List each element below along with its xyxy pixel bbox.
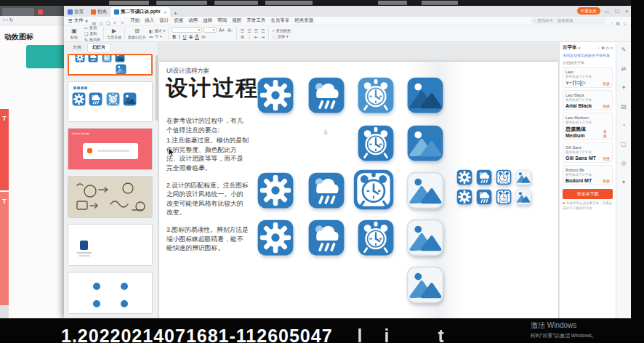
bold-button[interactable]: B (172, 34, 177, 39)
clock-icon[interactable] (357, 76, 395, 114)
replace-button[interactable]: 替换 (603, 156, 610, 161)
gear-icon[interactable] (72, 92, 86, 106)
current-slide[interactable]: UI设计流程方案 设计过程 在参考设计的过程中，有几个值得注意的要点: 1.注意… (159, 62, 558, 318)
gear-icon[interactable] (456, 169, 472, 185)
strikethrough-button[interactable]: S (188, 34, 193, 39)
clock-icon[interactable] (357, 124, 395, 162)
side-rail-icon-4[interactable]: ▤ (621, 103, 627, 110)
ribbon-tab-设计[interactable]: 设计 (159, 17, 169, 24)
copy-button[interactable]: ❏复制 (84, 31, 100, 36)
maximize-button[interactable]: ▢ (613, 8, 621, 14)
panel-header-icon-2[interactable]: ✱ (601, 46, 605, 50)
teal-card[interactable] (26, 45, 67, 68)
clock-icon[interactable] (353, 169, 395, 211)
image-icon[interactable] (406, 266, 444, 304)
increase-font-button[interactable]: A+ (218, 28, 225, 33)
format-painter-button[interactable]: ✎格式刷 (84, 37, 100, 42)
close-window-button[interactable]: × (624, 9, 629, 14)
image-icon[interactable] (406, 76, 444, 114)
superscript-button[interactable]: x² (201, 34, 206, 39)
side-rail-icon-6[interactable]: ▢ (621, 141, 627, 148)
quick-access-icon-3[interactable]: ❏ (106, 21, 110, 25)
drop-icon[interactable] (321, 127, 331, 137)
italic-button[interactable]: I (178, 34, 181, 39)
close-tab-icon[interactable]: × (164, 10, 167, 15)
browser-tab[interactable] (2, 8, 34, 16)
red-card-2[interactable]: T (0, 192, 9, 305)
image-icon[interactable] (406, 124, 444, 162)
font-color-button[interactable]: A (195, 33, 199, 40)
minimize-button[interactable]: — (603, 9, 611, 14)
image-icon[interactable] (116, 64, 126, 75)
replace-button[interactable]: 替换 (603, 179, 610, 183)
panel-header-icon-4[interactable]: × (611, 46, 613, 50)
slide-thumbnail-5[interactable] (68, 224, 153, 266)
clock-icon[interactable] (496, 189, 512, 205)
paragraph-button-4[interactable]: ⇥ (260, 34, 265, 39)
browser-extension-icon[interactable] (38, 9, 43, 15)
play-from-current-button[interactable]: ▶ 当页开始 (107, 28, 121, 39)
slide-thumbnail-1[interactable] (68, 54, 153, 76)
side-rail-icon-3[interactable]: ✦ (621, 84, 627, 91)
quick-access-icon-1[interactable]: ▤ (92, 21, 97, 25)
gear-icon[interactable] (257, 76, 294, 114)
ribbon-tab-开始[interactable]: 开始 (130, 17, 140, 24)
panel-header-icon-1[interactable]: ◔ (597, 46, 600, 50)
ribbon-tab-稻壳资源[interactable]: 稻壳资源 (294, 17, 313, 24)
ribbon-tab-会员专享[interactable]: 会员专享 (270, 17, 289, 24)
paste-button[interactable]: ▣ 粘贴 (67, 28, 81, 39)
layout-button[interactable]: ◧版式▾ (149, 28, 165, 33)
align-button-3[interactable]: ☴ (254, 28, 259, 33)
slide-thumbnail-4[interactable] (68, 176, 153, 218)
ribbon-tab-放映[interactable]: 放映 (203, 17, 212, 24)
clock-icon[interactable] (102, 54, 112, 62)
slide-thumbnail-2[interactable] (68, 81, 153, 122)
tab-outline[interactable]: 大纲 (68, 44, 86, 52)
quick-access-icon-4[interactable]: ↶ (113, 21, 117, 25)
close-autopop-link[interactable]: 关闭自动弹出的缺失字体列表 (563, 53, 613, 57)
section-button[interactable]: ≔节▾ (149, 34, 165, 39)
browser-nav-icons[interactable]: ‹ › ↻ (3, 17, 13, 23)
image-icon[interactable] (406, 172, 444, 209)
login-download-button[interactable]: 登录并下载 (563, 189, 613, 199)
align-button-2[interactable]: ☱ (246, 28, 251, 33)
red-card-1[interactable]: T (0, 109, 9, 190)
gear-icon[interactable] (257, 172, 294, 209)
select-button[interactable]: ⬚选择▾ (272, 34, 290, 39)
quick-access-icon-2[interactable]: ⎙ (100, 21, 103, 25)
thumbnail-scrollbar[interactable] (156, 55, 158, 121)
ribbon-tab-插入[interactable]: 插入 (145, 17, 154, 24)
tab-home[interactable]: 首页 (64, 7, 87, 17)
image-icon[interactable] (515, 189, 531, 205)
gear-icon[interactable] (456, 189, 472, 205)
rain-icon[interactable] (476, 189, 492, 205)
side-rail-icon-7[interactable]: ◎ (621, 160, 627, 166)
tab-slides[interactable]: 幻灯片 (87, 43, 110, 52)
align-button-1[interactable]: ☰ (240, 28, 245, 33)
side-rail-icon-1[interactable]: ✎ (621, 47, 627, 53)
ribbon-tab-切换[interactable]: 切换 (174, 17, 183, 24)
ribbon-tab-视图[interactable]: 视图 (232, 17, 241, 24)
find-replace-button[interactable]: ⌕查找替换 (272, 28, 290, 33)
slide-thumbnail-3[interactable]: Lorem design (68, 128, 153, 170)
paragraph-button-2[interactable]: ⋮ (246, 34, 252, 39)
slide-body-text[interactable]: 在参考设计的过程中，有几个值得注意的要点: 1.注意临摹过度。模仿的是制作的完整… (166, 116, 249, 261)
decrease-font-button[interactable]: A- (227, 28, 233, 33)
rain-icon[interactable] (89, 92, 102, 106)
ribbon-tab-审阅[interactable]: 审阅 (217, 17, 227, 24)
menubar-right-icon-3[interactable]: ◇ (623, 21, 627, 25)
menubar-right-icon-2[interactable]: ▤ (616, 21, 620, 25)
clock-icon[interactable] (496, 169, 512, 185)
gear-icon[interactable] (75, 54, 85, 62)
command-search-input[interactable]: ⌕ 查找命令、搜索模板 (531, 17, 606, 24)
member-pill-button[interactable]: 开通会员 (577, 7, 600, 15)
paragraph-button-3[interactable]: ⇤ (254, 34, 259, 39)
replace-button[interactable]: 替换 (603, 104, 610, 108)
rain-icon[interactable] (307, 219, 345, 257)
image-icon[interactable] (406, 219, 444, 257)
file-menu-button[interactable]: ☰ 文件 ∨ (68, 17, 89, 24)
chevron-down-icon[interactable]: ▾ (579, 46, 581, 50)
slide-title[interactable]: 设计过程 (166, 73, 259, 103)
clock-icon[interactable] (106, 92, 120, 106)
replace-button[interactable]: 替换 (603, 129, 610, 138)
